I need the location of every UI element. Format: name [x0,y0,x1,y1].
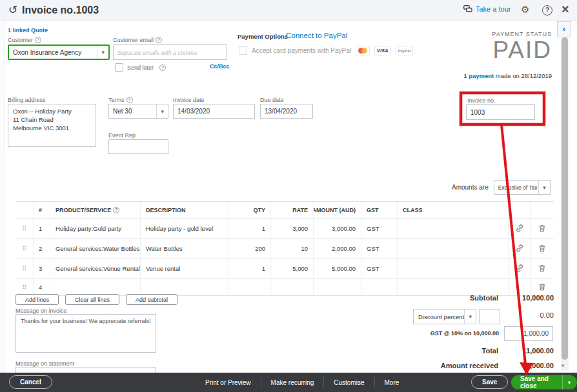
email-help-icon[interactable]: ? [156,37,162,43]
row-rate[interactable]: 5,000 [271,259,314,278]
event-rep-label: Event Rep [108,132,136,139]
invoice-number-input[interactable] [466,104,535,120]
gst-header: GST [361,202,398,218]
link-icon[interactable] [509,219,531,238]
row-amount[interactable]: 3,000.00 [314,219,361,238]
row-class[interactable] [398,239,509,258]
row-amount[interactable] [314,279,361,295]
row-number: 3 [34,259,50,278]
row-description[interactable]: Venue rental [141,259,228,278]
row-product[interactable]: Holiday party:Gold party [50,219,141,238]
customer-help-icon[interactable]: ? [35,37,41,43]
recent-transactions-icon[interactable]: ↺ [8,3,17,17]
vertical-scrollbar[interactable] [561,37,569,371]
due-date-input[interactable] [260,104,313,119]
invoice-date-input[interactable] [173,104,255,119]
save-button[interactable]: Save [471,375,508,389]
event-rep-input[interactable] [108,139,168,154]
customer-dropdown[interactable]: Oxon Insurance Agency ▾ [8,44,110,60]
linked-quote-link[interactable]: 1 linked Quote [8,27,48,34]
table-row[interactable]: ⠿ 3 General services:Venue Rental Venue … [15,259,554,279]
drag-handle-icon[interactable]: ⠿ [15,239,34,258]
trash-icon[interactable] [531,239,554,258]
amounts-are-dropdown[interactable]: Exclusive of Tax ▾ [494,180,551,195]
row-amount[interactable]: 2,000.00 [314,239,361,258]
drag-handle-icon[interactable]: ⠿ [15,219,34,238]
row-qty[interactable] [228,279,271,295]
row-rate[interactable]: 3,000 [271,219,314,238]
scrollbar-thumb[interactable] [562,37,568,360]
row-product[interactable]: General services:Venue Rental [50,259,141,278]
chevron-down-icon[interactable]: ▾ [156,104,168,118]
payment-status-value: PAID [413,37,552,64]
connect-paypal-link[interactable]: Connect to PayPal [286,32,347,39]
subtotal-value: 10,000.00 [491,294,554,302]
total-value: 11,000.00 [491,347,554,355]
help-icon[interactable]: ? [542,5,552,15]
row-number: 1 [34,219,50,238]
row-qty[interactable]: 200 [228,239,271,258]
make-recurring-button[interactable]: Make recurring [261,379,324,386]
row-rate[interactable]: 10 [271,239,314,258]
add-lines-button[interactable]: Add lines [15,294,59,305]
more-button[interactable]: More [375,379,409,386]
row-class[interactable] [398,219,509,238]
row-description[interactable]: Water Bottles [141,239,228,258]
billing-address-textarea[interactable]: Oxon -- Holiday Party 11 Chain Road Melb… [8,104,96,147]
row-product[interactable]: General services:Water Bottles [50,239,141,258]
terms-dropdown[interactable]: Net 30 ▾ [108,104,168,119]
row-description[interactable] [141,279,228,295]
table-row-empty[interactable]: ⠿ 4 [15,279,554,295]
chevron-down-icon[interactable]: ▾ [97,46,108,59]
trash-icon[interactable] [531,279,554,295]
payment-link[interactable]: 1 payment [463,72,494,79]
row-class[interactable] [398,259,509,278]
table-row[interactable]: ⠿ 2 General services:Water Bottles Water… [15,239,554,259]
row-amount[interactable]: 5,000.00 [314,259,361,278]
add-subtotal-button[interactable]: Add subtotal [126,294,177,305]
table-row[interactable]: ⠿ 1 Holiday party:Gold party Holiday par… [15,219,554,239]
row-gst[interactable]: GST [361,259,398,278]
row-gst[interactable] [361,279,398,295]
row-qty[interactable]: 1 [228,219,271,238]
chevron-down-icon[interactable]: ▾ [538,181,550,194]
drag-handle-icon[interactable]: ⠿ [15,259,34,278]
row-gst[interactable]: GST [361,219,398,238]
collapse-panel-button[interactable]: ‹ [557,21,571,37]
product-help-icon[interactable]: ? [113,207,119,213]
row-description[interactable]: Holiday party - gold level [141,219,228,238]
chevron-down-icon[interactable]: ▾ [562,375,577,389]
trash-icon[interactable] [531,259,554,278]
row-product[interactable] [50,279,141,295]
drag-handle-icon[interactable]: ⠿ [15,279,34,295]
cancel-button[interactable]: Cancel [9,375,52,389]
message-on-invoice-textarea[interactable]: Thanks for your business! We appreciate … [15,314,156,353]
gear-icon[interactable]: ⚙ [521,4,529,15]
row-qty[interactable]: 1 [228,259,271,278]
customise-button[interactable]: Customise [324,379,374,386]
gst-amount-input[interactable] [504,326,553,341]
print-or-preview-button[interactable]: Print or Preview [196,379,261,386]
trash-icon[interactable] [531,219,554,238]
row-gst[interactable]: GST [361,239,398,258]
cc-bcc-link[interactable]: Cc/Bcc [210,63,230,70]
close-icon[interactable]: × [562,2,569,17]
scrollbar-down-arrow[interactable]: ▾ [562,362,565,369]
discount-type-dropdown[interactable]: Discount percent ▾ [413,309,476,324]
send-later-checkbox[interactable] [115,63,123,72]
chevron-down-icon[interactable]: ▾ [464,309,476,324]
link-icon[interactable] [509,239,531,258]
row-class[interactable] [398,279,509,295]
link-icon[interactable] [509,259,531,278]
send-later-help-icon[interactable]: ? [159,64,166,71]
customer-email-input[interactable] [113,44,227,60]
save-and-close-button[interactable]: Save and close ▾ [511,375,577,389]
accept-card-checkbox[interactable] [239,46,247,55]
billing-address-label: Billing address [8,97,46,103]
row-rate[interactable] [271,279,314,295]
take-a-tour-link[interactable]: Take a tour [463,5,511,13]
clear-all-lines-button[interactable]: Clear all lines [65,294,119,305]
terms-help-icon[interactable]: ? [127,97,133,103]
table-buttons: Add lines Clear all lines Add subtotal [15,294,177,305]
drag-column-header [15,202,34,218]
